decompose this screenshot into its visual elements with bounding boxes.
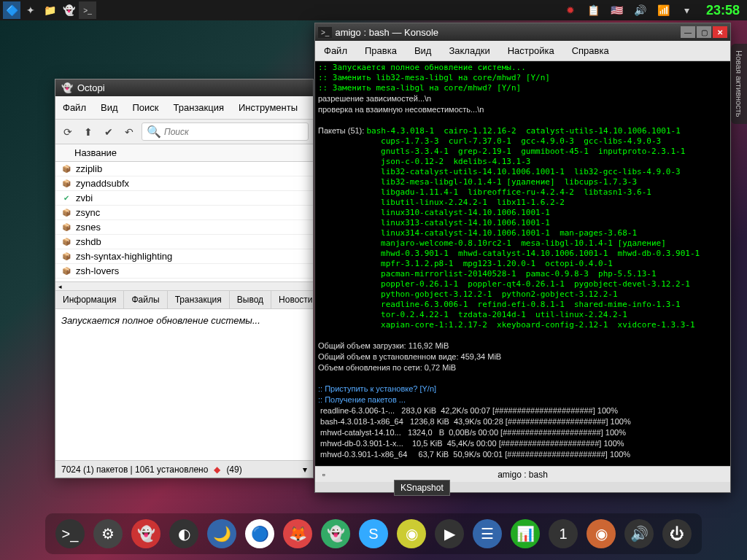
- search-box: 🔍: [142, 122, 309, 141]
- dock-icon-7[interactable]: 👻: [321, 519, 350, 548]
- files-icon[interactable]: 📁: [41, 1, 58, 19]
- konsole-menu-3[interactable]: Закладки: [440, 43, 498, 58]
- package-row[interactable]: 📦zsync: [55, 206, 313, 220]
- tooltip: KSnapshot: [394, 480, 450, 496]
- package-name: zsh-lovers: [76, 265, 119, 276]
- kde-menu-icon[interactable]: 🔷: [3, 1, 20, 19]
- package-name: zshdb: [76, 236, 101, 247]
- octopi-menu-4[interactable]: Инструменты: [231, 99, 305, 116]
- octopi-title-text: Octopi: [77, 82, 105, 93]
- terminal-icon[interactable]: >_: [79, 1, 96, 19]
- octopi-menu-1[interactable]: Вид: [93, 99, 125, 116]
- octopi-menu-2[interactable]: Поиск: [125, 99, 166, 116]
- search-input[interactable]: [164, 127, 303, 137]
- package-name: zsh-doc: [76, 280, 109, 281]
- package-row[interactable]: 📦zshdb: [55, 235, 313, 249]
- tray-volume-icon[interactable]: 🔊: [632, 1, 649, 19]
- package-row[interactable]: 📦zsnes: [55, 220, 313, 235]
- tab-1[interactable]: Файлы: [124, 291, 167, 308]
- octopi-menubar: ФайлВидПоискТранзакцияИнструменты: [55, 96, 313, 120]
- ghost-app-icon[interactable]: 👻: [60, 1, 77, 19]
- status-packages: 7024 (1) пакетов | 1061 установлено: [61, 464, 208, 475]
- dock-icon-1[interactable]: ⚙: [93, 519, 123, 548]
- search-icon: 🔍: [147, 125, 161, 139]
- konsole-menu-0[interactable]: Файл: [315, 43, 356, 58]
- package-name: zynaddsubfx: [76, 178, 129, 189]
- konsole-titlebar[interactable]: >_ amigo : bash — Konsole — ▢ ✕: [315, 23, 730, 41]
- package-row[interactable]: ✔zvbi: [55, 191, 313, 206]
- package-row[interactable]: 📦zsh-lovers: [55, 264, 313, 279]
- tab-2[interactable]: Транзакция: [168, 291, 230, 308]
- package-list[interactable]: 📦zziplib📦zynaddsubfx✔zvbi📦zsync📦zsnes📦zs…: [55, 162, 313, 281]
- package-row[interactable]: 📦zsh-syntax-highlighting: [55, 249, 313, 264]
- dock-icon-2[interactable]: 👻: [131, 519, 160, 548]
- installed-icon: ✔: [60, 194, 73, 202]
- status-updates: (49): [226, 464, 241, 475]
- dock-icon-8[interactable]: S: [359, 519, 388, 548]
- activities-icon[interactable]: ✦: [22, 1, 39, 19]
- octopi-titlebar[interactable]: 👻 Octopi: [55, 79, 313, 96]
- package-name: zsh-syntax-highlighting: [76, 251, 172, 262]
- package-icon: 📦: [60, 267, 73, 275]
- close-button[interactable]: ✕: [713, 26, 727, 38]
- h-scrollbar[interactable]: ◂: [55, 281, 313, 290]
- package-row[interactable]: 📦zziplib: [55, 162, 313, 176]
- dock-icon-16[interactable]: ⏻: [662, 519, 692, 548]
- tray-keyboard-icon[interactable]: 🇺🇸: [608, 1, 626, 19]
- package-icon: 📦: [60, 165, 73, 173]
- dock-icon-6[interactable]: 🦊: [283, 519, 312, 548]
- dock-icon-5[interactable]: 🔵: [245, 519, 274, 548]
- package-icon: 📦: [60, 209, 73, 217]
- dock-icon-15[interactable]: 🔊: [624, 519, 654, 548]
- dock-icon-11[interactable]: ☰: [473, 519, 502, 548]
- dock-icon-12[interactable]: 📊: [511, 519, 540, 548]
- cancel-icon[interactable]: ↶: [121, 124, 137, 140]
- package-row[interactable]: 📦zynaddsubfx: [55, 176, 313, 191]
- konsole-menubar: ФайлПравкаВидЗакладкиНастройкаСправка: [315, 41, 730, 61]
- package-icon: 📦: [60, 179, 73, 187]
- package-name: zvbi: [76, 192, 93, 203]
- konsole-menu-1[interactable]: Правка: [356, 43, 406, 58]
- tray-network-icon[interactable]: 📶: [655, 1, 673, 19]
- sidebar-new-activity[interactable]: Новая активность: [731, 44, 747, 124]
- info-tabs: ИнформацияФайлыТранзакцияВыводНовости: [55, 290, 313, 309]
- package-name: zziplib: [76, 163, 102, 174]
- tab-0[interactable]: Информация: [55, 291, 124, 308]
- konsole-menu-5[interactable]: Справка: [563, 43, 618, 58]
- apply-icon[interactable]: ✔: [101, 124, 117, 140]
- tab-3[interactable]: Вывод: [230, 291, 271, 308]
- tray-clipboard-icon[interactable]: 📋: [585, 1, 603, 19]
- octopi-menu-3[interactable]: Транзакция: [166, 99, 231, 116]
- package-list-header[interactable]: Название: [55, 144, 313, 162]
- new-tab-icon[interactable]: ▫: [315, 470, 333, 480]
- konsole-tabbar: ▫ amigo : bash: [315, 466, 730, 482]
- dock-icon-9[interactable]: ◉: [397, 519, 426, 548]
- octopi-menu-0[interactable]: Файл: [55, 99, 93, 116]
- terminal-output[interactable]: :: Запускается полное обновление системы…: [315, 61, 730, 466]
- column-name: Название: [74, 147, 117, 158]
- status-dropdown-icon[interactable]: ▾: [303, 464, 307, 475]
- dock-icon-3[interactable]: ◐: [169, 519, 198, 548]
- octopi-app-icon: 👻: [61, 82, 73, 93]
- tray-update-icon[interactable]: ✹: [562, 1, 579, 19]
- maximize-button[interactable]: ▢: [697, 26, 711, 38]
- minimize-button[interactable]: —: [681, 26, 695, 38]
- dock: >_⚙👻◐🌙🔵🦊👻S◉▶☰📊1◉🔊⏻: [45, 513, 702, 554]
- dock-icon-0[interactable]: >_: [55, 519, 85, 548]
- konsole-menu-4[interactable]: Настройка: [499, 43, 563, 58]
- package-name: zsnes: [76, 222, 101, 233]
- clock[interactable]: 23:58: [702, 3, 744, 18]
- tray-expand-icon[interactable]: ▾: [678, 1, 696, 19]
- sync-icon[interactable]: ⟳: [60, 124, 76, 140]
- dock-icon-13[interactable]: 1: [549, 519, 578, 548]
- konsole-title-text: amigo : bash — Konsole: [335, 27, 438, 38]
- dock-icon-10[interactable]: ▶: [435, 519, 464, 548]
- tab-4[interactable]: Новости: [271, 291, 320, 308]
- dock-icon-14[interactable]: ◉: [587, 519, 616, 548]
- info-panel: Запускается полное обновление системы...: [55, 309, 313, 471]
- konsole-tab-label[interactable]: amigo : bash: [333, 470, 713, 480]
- dock-icon-4[interactable]: 🌙: [207, 519, 236, 548]
- octopi-statusbar: 7024 (1) пакетов | 1061 установлено ◆ (4…: [55, 460, 313, 478]
- konsole-menu-2[interactable]: Вид: [406, 43, 441, 58]
- upgrade-icon[interactable]: ⬆: [80, 124, 96, 140]
